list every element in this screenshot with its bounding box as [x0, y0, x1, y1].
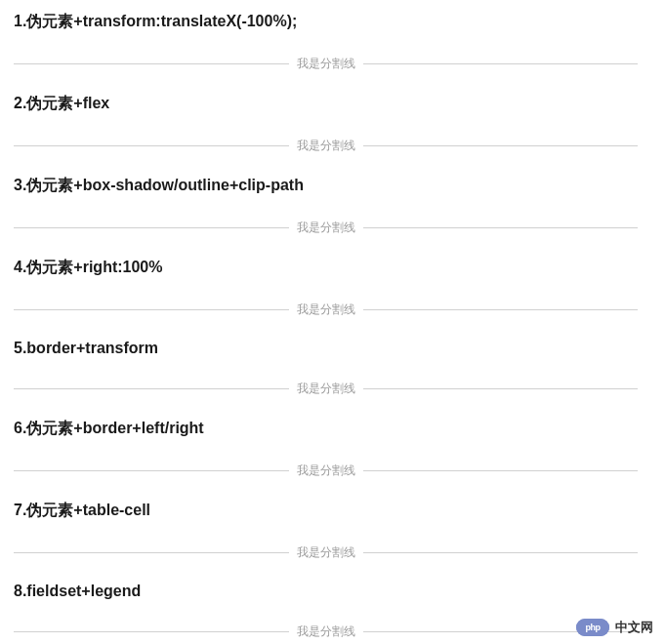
- divider-label: 我是分割线: [289, 138, 363, 154]
- method-6-section: 6.伪元素+border+left/right 我是分割线: [14, 419, 638, 479]
- divider-label: 我是分割线: [289, 220, 363, 236]
- divider-line: 我是分割线: [14, 624, 638, 640]
- divider-line: 我是分割线: [14, 302, 638, 318]
- divider-line: 我是分割线: [14, 463, 638, 479]
- watermark-site-text: 中文网: [615, 619, 653, 636]
- divider-label: 我是分割线: [289, 624, 363, 640]
- method-3-section: 3.伪元素+box-shadow/outline+clip-path 我是分割线: [14, 176, 638, 236]
- watermark-logo-text: php: [586, 623, 601, 632]
- divider-label: 我是分割线: [289, 381, 363, 397]
- method-5-heading: 5.border+transform: [14, 340, 638, 357]
- divider-label: 我是分割线: [289, 463, 363, 479]
- method-1-heading: 1.伪元素+transform:translateX(-100%);: [14, 12, 638, 32]
- method-3-heading: 3.伪元素+box-shadow/outline+clip-path: [14, 176, 638, 196]
- divider-line: 我是分割线: [14, 56, 638, 72]
- method-4-section: 4.伪元素+right:100% 我是分割线: [14, 258, 638, 318]
- divider-line: 我是分割线: [14, 544, 638, 561]
- method-6-heading: 6.伪元素+border+left/right: [14, 419, 638, 439]
- divider-label: 我是分割线: [289, 56, 363, 72]
- method-2-heading: 2.伪元素+flex: [14, 94, 638, 114]
- method-2-section: 2.伪元素+flex 我是分割线: [14, 94, 638, 154]
- divider-line: 我是分割线: [14, 138, 638, 154]
- method-4-heading: 4.伪元素+right:100%: [14, 258, 638, 278]
- method-8-heading: 8.fieldset+legend: [14, 583, 638, 600]
- divider-label: 我是分割线: [289, 544, 363, 561]
- divider-label: 我是分割线: [289, 302, 363, 318]
- watermark: php 中文网: [576, 619, 653, 636]
- method-5-section: 5.border+transform 我是分割线: [14, 340, 638, 397]
- divider-line: 我是分割线: [14, 220, 638, 236]
- method-7-heading: 7.伪元素+table-cell: [14, 501, 638, 521]
- divider-line: 我是分割线: [14, 381, 638, 397]
- method-1-section: 1.伪元素+transform:translateX(-100%); 我是分割线: [14, 12, 638, 72]
- method-8-section: 8.fieldset+legend 我是分割线: [14, 583, 638, 640]
- method-7-section: 7.伪元素+table-cell 我是分割线: [14, 501, 638, 561]
- watermark-logo-icon: php: [576, 619, 609, 636]
